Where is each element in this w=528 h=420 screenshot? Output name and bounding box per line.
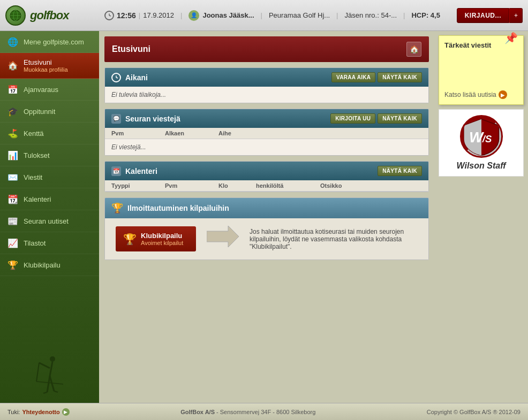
sticky-link-text: Katso lisää uutisia: [444, 91, 496, 98]
ilmoittautuminen-section: 🏆 Ilmoittautuminen kilpailuihin 🏆 Klubik…: [104, 197, 429, 260]
sidebar-label-klubikilpailu: Klubikilpailu: [24, 261, 61, 269]
sidebar-item-klubikilpailu[interactable]: 🏆 Klubikilpailu: [0, 254, 99, 276]
kilpailu-body: 🏆 Klubikilpailu Avoimet kilpailut Jos ha…: [105, 218, 428, 259]
svg-line-15: [54, 391, 58, 392]
news-icon: 📰: [7, 216, 18, 226]
sidebar-item-viestit[interactable]: ✉️ Viestit: [0, 166, 99, 188]
kirjoita-button[interactable]: KIRJOITA UU: [330, 113, 375, 124]
ilmoittautuminen-title-area: 🏆 Ilmoittautuminen kilpailuihin: [111, 202, 229, 214]
bottom-bar: Tuki: Yhteydenotto ▶ GolfBox A/S - Senso…: [0, 403, 528, 420]
sidebar-item-kalenteri[interactable]: 📆 Kalenteri: [0, 188, 99, 210]
svg-line-13: [50, 376, 54, 391]
plus-button[interactable]: +: [509, 8, 523, 23]
tuki-area: Tuki: Yhteydenotto ▶: [7, 408, 70, 416]
kilpailu-trophy-icon: 🏆: [123, 233, 137, 246]
sidebar-item-ajanvaraus[interactable]: 📅 Ajanvaraus: [0, 79, 99, 101]
topbar-divider2: |: [261, 11, 262, 19]
svg-line-8: [50, 362, 52, 376]
sidebar-item-tilastot[interactable]: 📈 Tilastot: [0, 232, 99, 254]
seuran-nayta-button[interactable]: NÄYTÄ KAIK: [378, 113, 422, 124]
footer-company: GolfBox A/S: [180, 409, 215, 415]
ilmoittautuminen-header: 🏆 Ilmoittautuminen kilpailuihin: [105, 198, 428, 218]
page-title: Etusivuni: [112, 44, 150, 54]
sidebar-item-etusivuni[interactable]: 🏠 Etusivuni Muokkaa profiilia: [0, 53, 99, 79]
wilson-ad[interactable]: W /S Wilson Staff: [439, 109, 524, 177]
kalenteri-table-header: Tyyppi Pvm Klo henkilöltä Otsikko: [105, 180, 428, 192]
sidebar-item-tulokset[interactable]: 📊 Tulokset: [0, 144, 99, 166]
topbar-time-area: 12:56 | 17.9.2012: [104, 11, 174, 20]
kilpailu-desc: Jos haluat ilmoittautua kotiseurasi tai …: [250, 228, 418, 250]
footer-address: Sensommervej 34F - 8600 Silkeborg: [220, 409, 316, 415]
kalenteri-nayta-button[interactable]: NÄYTÄ KAIK: [378, 166, 422, 176]
svg-point-7: [50, 356, 55, 362]
topbar-club: Peuramaa Golf Hj...: [269, 11, 330, 19]
kilpailu-box[interactable]: 🏆 Klubikilpailu Avoimet kilpailut: [116, 226, 196, 251]
sidebar-item-mene-golfpiste[interactable]: 🌐 Mene golfpiste.com: [0, 31, 99, 53]
sticky-link[interactable]: Katso lisää uutisia ▶: [444, 90, 507, 99]
sidebar-item-kentta[interactable]: ⛳ Kenttä: [0, 123, 99, 144]
logo-globe: [5, 5, 26, 26]
seuran-viesteja-section: 💬 Seuran viestejä KIRJOITA UU NÄYTÄ KAIK…: [104, 109, 429, 156]
sticky-note: 📌 Tärkeät viestit Katso lisää uutisia ▶: [439, 35, 524, 105]
page-title-bar: Etusivuni 🏠: [104, 36, 429, 62]
aikani-nayta-button[interactable]: NÄYTÄ KAIK: [378, 72, 422, 82]
sticky-arrow-icon: ▶: [499, 90, 507, 99]
topbar-hcp: HCP: 4,5: [411, 11, 440, 19]
topbar-divider1: |: [180, 11, 182, 19]
seuran-viesteja-empty: Ei viestejä...: [111, 143, 146, 151]
aikani-clock-icon: [111, 73, 121, 82]
mail-icon: ✉️: [7, 172, 18, 182]
kilpailu-title: Klubikilpailu: [141, 232, 183, 240]
svg-line-17: [116, 78, 118, 78]
trophy-sidebar-icon: 🏆: [7, 259, 18, 270]
kalenteri-title-area: 📆 Kalenteri: [111, 166, 157, 176]
kilpailu-arrow-icon: [207, 226, 239, 252]
svg-line-9: [39, 363, 50, 368]
globe-icon: 🌐: [7, 36, 18, 47]
varaa-aika-button[interactable]: VARAA AIKA: [331, 72, 375, 82]
aikani-header: Aikani VARAA AIKA NÄYTÄ KAIK: [105, 68, 428, 87]
col-tyyppi-header: Tyyppi: [111, 182, 165, 189]
logo-area: golfbox: [5, 5, 104, 26]
sidebar-label-viestit: Viestit: [24, 173, 42, 181]
svg-marker-18: [207, 226, 239, 247]
svg-line-14: [43, 392, 47, 393]
svg-line-11: [36, 381, 63, 384]
topbar-member: Jäsen nro.: 54-...: [345, 11, 397, 19]
wilson-logo: W /S: [460, 115, 503, 158]
kirjaud-button[interactable]: KIRJAUD...: [457, 8, 509, 23]
svg-line-10: [36, 363, 39, 381]
sidebar-item-seuran-uutiset[interactable]: 📰 Seuran uutiset: [0, 210, 99, 232]
sidebar-label-tulokset: Tulokset: [24, 151, 50, 159]
sidebar: 🌐 Mene golfpiste.com 🏠 Etusivuni Muokkaa…: [0, 31, 99, 403]
aikani-body: Ei tulevia tiiaikoja...: [105, 87, 428, 103]
golf-icon: ⛳: [7, 128, 18, 139]
topbar-user-icon: 👤: [188, 10, 199, 21]
cal-icon: 📆: [7, 194, 18, 204]
kalenteri-chat-icon: 📆: [111, 166, 121, 176]
col-otsikko-header: Otsikko: [320, 182, 422, 189]
aikani-section: Aikani VARAA AIKA NÄYTÄ KAIK Ei tulevia …: [104, 67, 429, 103]
aikani-title: Aikani: [125, 73, 148, 82]
topbar-date: 17.9.2012: [143, 11, 174, 19]
tuki-label: Tuki:: [7, 409, 20, 415]
tuki-arrow-icon: ▶: [62, 408, 70, 416]
svg-line-12: [47, 376, 50, 392]
kilpailu-box-text: Klubikilpailu Avoimet kilpailut: [141, 232, 183, 246]
sticky-pin-icon: 📌: [504, 32, 518, 44]
sidebar-sub-etusivuni: Muokkaa profiilia: [24, 66, 68, 73]
home-sidebar-icon: 🏠: [7, 60, 18, 71]
sidebar-label-etusivuni: Etusivuni: [24, 58, 68, 66]
stats-icon: 📈: [7, 238, 18, 248]
topbar-date-divider: |: [139, 11, 140, 19]
seuran-viesteja-buttons: KIRJOITA UU NÄYTÄ KAIK: [330, 113, 422, 124]
aikani-empty-text: Ei tulevia tiiaikoja...: [111, 91, 166, 98]
trophy-icon: 🏆: [111, 202, 123, 214]
sidebar-label-mene: Mene golfpiste.com: [24, 38, 84, 46]
tuki-name[interactable]: Yhteydenotto: [22, 409, 59, 415]
col-klo-header: Klo: [218, 182, 256, 189]
right-panel: 📌 Tärkeät viestit Katso lisää uutisia ▶ …: [434, 31, 528, 403]
home-button[interactable]: 🏠: [406, 42, 421, 57]
sidebar-item-oppitunnit[interactable]: 🎓 Oppitunnit: [0, 101, 99, 123]
sidebar-label-kalenteri: Kalenteri: [24, 195, 51, 203]
